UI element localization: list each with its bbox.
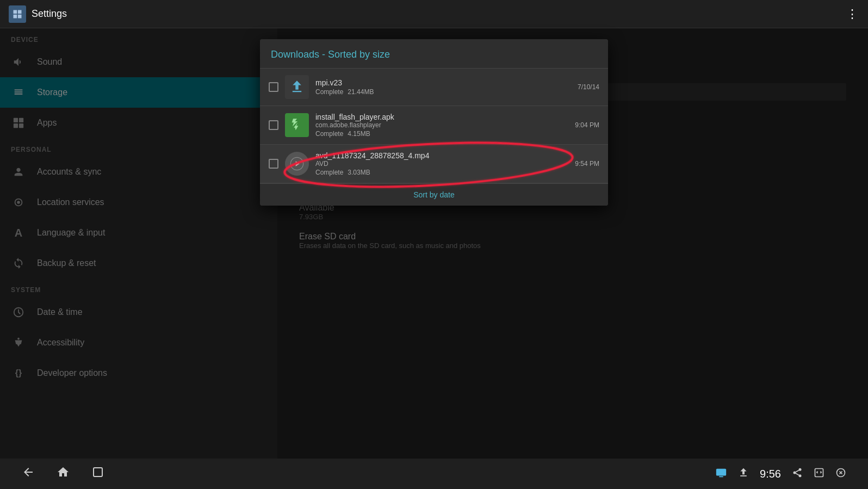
svg-point-18 (793, 471, 796, 474)
bottom-nav (22, 466, 104, 482)
download-name-flash: install_flash_player.apk (315, 113, 568, 121)
thumb-mpi (285, 75, 309, 99)
modal-header: Downloads - Sorted by size (260, 39, 608, 69)
nav-home-icon[interactable] (57, 466, 70, 482)
download-info-avd: avd_11187324_28878258_4.mp4 AVD Complete… (315, 151, 568, 176)
download-info-mpi: mpi.v23 Complete 21.44MB (315, 78, 571, 96)
download-size-avd: 3.03MB (348, 169, 370, 176)
top-bar: Settings ⋮ (0, 0, 868, 28)
svg-rect-1 (18, 10, 22, 14)
app-icon (9, 5, 26, 23)
download-date-mpi: 7/10/14 (578, 83, 599, 91)
bottom-bar: 9:56 (0, 459, 868, 489)
download-sub-flash: com.adobe.flashplayer (315, 121, 568, 129)
thumb-flash (285, 113, 309, 137)
download-date-avd: 9:54 PM (575, 160, 599, 168)
download-name-avd: avd_11187324_28878258_4.mp4 (315, 151, 568, 160)
download-item-flash[interactable]: install_flash_player.apk com.adobe.flash… (260, 106, 608, 145)
svg-point-17 (799, 468, 802, 471)
svg-line-21 (796, 470, 799, 472)
top-bar-left: Settings (9, 5, 67, 23)
svg-rect-16 (716, 468, 726, 475)
modal-footer: Sort by date (260, 183, 608, 206)
thumb-avd (285, 152, 309, 176)
app-title: Settings (32, 8, 67, 20)
modal: Downloads - Sorted by size mpi.v23 Compl… (260, 39, 608, 206)
share-icon (792, 467, 803, 481)
svg-line-20 (796, 473, 799, 475)
svg-rect-0 (14, 10, 17, 14)
download-status-mpi: Complete (315, 88, 343, 96)
svg-rect-22 (815, 468, 823, 476)
checkbox-flash[interactable] (269, 120, 278, 130)
close-icon[interactable] (835, 467, 846, 481)
svg-point-19 (799, 474, 802, 477)
download-status-flash: Complete (315, 130, 343, 138)
download-item-avd[interactable]: avd_11187324_28878258_4.mp4 AVD Complete… (260, 145, 608, 183)
download-status-avd: Complete (315, 169, 343, 176)
sort-by-date-button[interactable]: Sort by date (413, 190, 455, 199)
svg-rect-2 (14, 14, 17, 18)
bottom-status: 9:56 (715, 467, 846, 481)
download-status-icon (738, 467, 749, 481)
download-name-mpi: mpi.v23 (315, 78, 571, 87)
download-info-flash: install_flash_player.apk com.adobe.flash… (315, 113, 568, 138)
svg-rect-3 (18, 14, 22, 18)
download-item-mpi[interactable]: mpi.v23 Complete 21.44MB 7/10/14 (260, 69, 608, 106)
status-time: 9:56 (760, 468, 781, 480)
download-size-flash: 4.15MB (348, 130, 370, 138)
nav-back-icon[interactable] (22, 466, 35, 482)
modal-overlay: Downloads - Sorted by size mpi.v23 Compl… (0, 28, 868, 459)
nav-recent-icon[interactable] (91, 466, 104, 482)
display-icon (715, 467, 727, 481)
download-sub-avd: AVD (315, 160, 568, 168)
checkbox-mpi[interactable] (269, 82, 278, 92)
checkbox-avd[interactable] (269, 159, 278, 169)
more-options-icon[interactable]: ⋮ (846, 7, 859, 21)
modal-body: mpi.v23 Complete 21.44MB 7/10/14 i (260, 69, 608, 183)
svg-rect-15 (94, 468, 102, 476)
download-date-flash: 9:04 PM (575, 121, 599, 129)
modal-title: Downloads - Sorted by size (271, 49, 390, 60)
download-size-mpi: 21.44MB (348, 88, 374, 96)
screen-icon (814, 467, 824, 481)
